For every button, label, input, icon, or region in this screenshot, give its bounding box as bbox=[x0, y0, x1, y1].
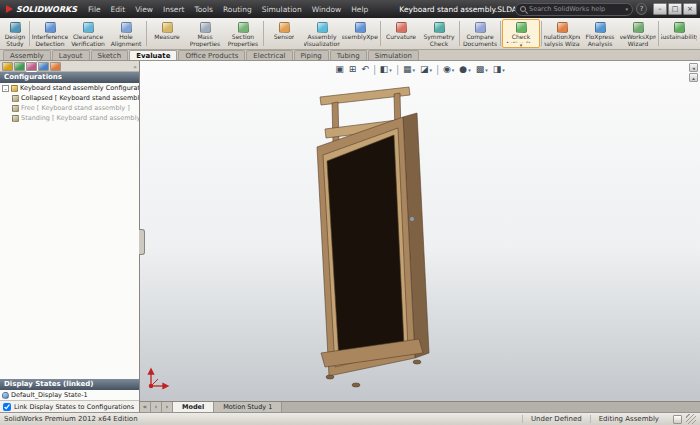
search-input[interactable] bbox=[529, 5, 622, 13]
design-study-button[interactable]: Design Study bbox=[2, 19, 28, 48]
menu-help[interactable]: Help bbox=[346, 5, 373, 14]
floxpress-analysis-wizard-button[interactable]: FloXpress Analysis Wizard bbox=[581, 19, 619, 48]
mass-properties-button[interactable]: Mass Properties bbox=[186, 19, 224, 48]
menu-insert[interactable]: Insert bbox=[158, 5, 190, 14]
hole-alignment-button[interactable]: Hole Alignment bbox=[107, 19, 145, 48]
graphics-viewport[interactable]: ▣⊞↶◧▾▦▾◪▾◉▾●▾▩▾◨▾ ◂▴ bbox=[140, 61, 700, 401]
section-view-icon[interactable]: ◧▾ bbox=[378, 63, 394, 76]
tree-empty-space[interactable] bbox=[0, 123, 139, 379]
tab-electrical[interactable]: Electrical bbox=[246, 50, 292, 60]
zoom-fit-icon: ▣ bbox=[335, 63, 344, 76]
dropdown-arrow-icon[interactable]: ▾ bbox=[502, 67, 505, 73]
tab-sketch[interactable]: Sketch bbox=[91, 50, 129, 60]
tab-layout[interactable]: Layout bbox=[52, 50, 90, 60]
tab-scroll-icon[interactable]: « bbox=[140, 402, 151, 412]
tab-simulation[interactable]: Simulation bbox=[368, 50, 419, 60]
apply-scene-icon[interactable]: ▩▾ bbox=[474, 63, 490, 76]
view-orientation-icon[interactable]: ▦▾ bbox=[401, 63, 417, 76]
sensor-button[interactable]: Sensor bbox=[265, 19, 303, 48]
tab-model[interactable]: Model bbox=[173, 402, 214, 412]
compare-documents-button[interactable]: Compare Documents bbox=[461, 19, 499, 48]
tab-scroll-icon[interactable]: › bbox=[162, 402, 173, 412]
panel-splitter-handle[interactable] bbox=[139, 229, 145, 255]
tab-scroll-icon[interactable]: ‹ bbox=[151, 402, 162, 412]
clearance-verification-button[interactable]: Clearance Verification bbox=[69, 19, 107, 48]
dropdown-arrow-icon[interactable]: ▾ bbox=[468, 67, 471, 73]
search-box[interactable]: ▾ bbox=[515, 3, 633, 16]
help-button[interactable]: ? bbox=[636, 3, 647, 15]
display-style-icon: ◪ bbox=[420, 63, 429, 76]
property-manager-tab[interactable] bbox=[14, 62, 25, 71]
configuration-manager-tab[interactable] bbox=[26, 62, 37, 71]
edit-appearance-icon[interactable]: ●▾ bbox=[457, 63, 472, 76]
menu-window[interactable]: Window bbox=[307, 5, 347, 14]
sensor-icon bbox=[279, 22, 290, 33]
dropdown-arrow-icon[interactable]: ▾ bbox=[452, 67, 455, 73]
driveworksxpress-wizard-button[interactable]: DriveWorksXpress Wizard bbox=[619, 19, 657, 48]
driveworksxpress-wizard-icon bbox=[633, 22, 644, 33]
panel-more-icon[interactable]: » bbox=[133, 63, 137, 70]
section-properties-button[interactable]: Section Properties bbox=[224, 19, 262, 48]
display-manager-tab[interactable] bbox=[50, 62, 61, 71]
tab-motion-study-1[interactable]: Motion Study 1 bbox=[214, 402, 282, 412]
ribbon-separator bbox=[658, 21, 659, 46]
link-display-states-checkbox[interactable] bbox=[3, 403, 11, 411]
ribbon-toolbar: Design Study Interference DetectionClear… bbox=[0, 18, 700, 50]
close-button[interactable]: × bbox=[683, 3, 697, 15]
dropdown-arrow-icon[interactable]: ▾ bbox=[520, 43, 523, 47]
measure-button[interactable]: Measure bbox=[148, 19, 186, 48]
collapse-expander-icon[interactable]: - bbox=[2, 85, 9, 92]
menu-view[interactable]: View bbox=[130, 5, 158, 14]
zoom-area-icon[interactable]: ⊞ bbox=[347, 63, 359, 76]
dropdown-arrow-icon[interactable]: ▾ bbox=[412, 67, 415, 73]
coordinate-triad-icon bbox=[146, 365, 172, 391]
zoom-fit-icon[interactable]: ▣ bbox=[333, 63, 346, 76]
dropdown-arrow-icon[interactable]: ▾ bbox=[429, 67, 432, 73]
tab-assembly[interactable]: Assembly bbox=[3, 50, 51, 60]
maximize-button[interactable]: □ bbox=[668, 3, 682, 15]
configuration-item[interactable]: Free [ Keyboard stand assembly ] bbox=[0, 103, 139, 113]
configuration-item[interactable]: Standing [ Keyboard stand assembly ] bbox=[0, 113, 139, 123]
view-settings-icon[interactable]: ◨▾ bbox=[491, 63, 507, 76]
display-style-icon[interactable]: ◪▾ bbox=[418, 63, 434, 76]
menu-routing[interactable]: Routing bbox=[218, 5, 257, 14]
interference-detection-button[interactable]: Interference Detection bbox=[31, 19, 69, 48]
hide-show-icon[interactable]: ◉▾ bbox=[441, 63, 456, 76]
display-state-icon bbox=[2, 392, 9, 399]
simulationxpress-analysis-wizard-button[interactable]: SimulationXpress Analysis Wizard bbox=[543, 19, 581, 48]
custom-properties-icon[interactable] bbox=[673, 415, 682, 424]
previous-view-icon[interactable]: ↶ bbox=[359, 63, 371, 76]
dimxpert-manager-tab[interactable] bbox=[38, 62, 49, 71]
tab-piping[interactable]: Piping bbox=[294, 50, 329, 60]
display-state-item[interactable]: Default_Display State-1 bbox=[0, 390, 139, 400]
compare-documents-icon bbox=[475, 22, 486, 33]
symmetry-check-button[interactable]: Symmetry Check bbox=[420, 19, 458, 48]
ribbon-tool-label: DriveWorksXpress Wizard bbox=[619, 34, 657, 47]
tab-office-products[interactable]: Office Products bbox=[178, 50, 245, 60]
tab-tubing[interactable]: Tubing bbox=[330, 50, 367, 60]
minimize-button[interactable]: – bbox=[653, 3, 667, 15]
configuration-icon bbox=[12, 105, 19, 112]
keyboard-stand-model[interactable] bbox=[290, 79, 460, 399]
dropdown-arrow-icon[interactable]: ▾ bbox=[485, 67, 488, 73]
resize-grip[interactable] bbox=[686, 414, 696, 424]
tab-evaluate[interactable]: Evaluate bbox=[129, 50, 177, 60]
search-dropdown-icon[interactable]: ▾ bbox=[626, 6, 629, 12]
menu-file[interactable]: File bbox=[83, 5, 106, 14]
menubar: FileEditViewInsertToolsRoutingSimulation… bbox=[83, 5, 373, 14]
assemblyxpert-button[interactable]: AssemblyXpert bbox=[341, 19, 379, 48]
dropdown-arrow-icon[interactable]: ▾ bbox=[389, 67, 392, 73]
configuration-root-row[interactable]: - Keyboard stand assembly Configuration(… bbox=[0, 83, 139, 93]
collapse-panel-icon[interactable]: ◂ bbox=[689, 63, 698, 72]
expand-view-icon[interactable]: ▴ bbox=[689, 73, 698, 82]
menu-tools[interactable]: Tools bbox=[189, 5, 217, 14]
feature-manager-tab[interactable] bbox=[2, 62, 13, 71]
curvature-button[interactable]: Curvature bbox=[382, 19, 420, 48]
sustainability-button[interactable]: Sustainability bbox=[660, 19, 698, 48]
configuration-items: Collapsed [ Keyboard stand assembly ]Fre… bbox=[0, 93, 139, 123]
menu-edit[interactable]: Edit bbox=[106, 5, 131, 14]
check-active-d-button[interactable]: Check Active D...▾ bbox=[502, 19, 540, 48]
assembly-visualization-button[interactable]: Assembly Visualization bbox=[303, 19, 341, 48]
configuration-item[interactable]: Collapsed [ Keyboard stand assembly ] bbox=[0, 93, 139, 103]
menu-simulation[interactable]: Simulation bbox=[257, 5, 307, 14]
